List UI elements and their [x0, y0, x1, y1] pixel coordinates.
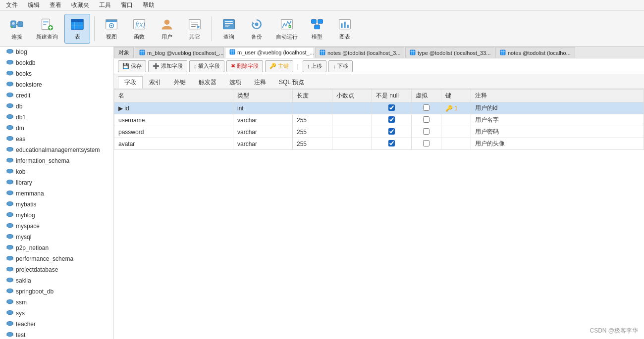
toolbar-new-query[interactable]: 新建查询 — [32, 14, 62, 44]
field-length-id[interactable] — [293, 102, 332, 114]
field-type-password[interactable]: varchar — [233, 126, 293, 138]
field-comment-username[interactable]: 用户名字 — [471, 114, 644, 126]
toolbar-model[interactable]: 模型 — [304, 14, 330, 44]
field-length-password[interactable]: 255 — [293, 126, 332, 138]
virtual-checkbox-avatar[interactable] — [423, 140, 429, 146]
toolbar-view[interactable]: 视图 — [99, 14, 124, 44]
toolbar-function[interactable]: f(x) 函数 — [126, 14, 152, 44]
menu-favorites[interactable]: 收藏夹 — [69, 0, 91, 10]
sidebar-db-performance[interactable]: performance_schema — [0, 253, 113, 264]
sidebar-db-library[interactable]: library — [0, 177, 113, 188]
field-decimal-id[interactable] — [332, 102, 372, 114]
field-name-id[interactable]: ▶ id — [114, 102, 233, 114]
field-length-username[interactable]: 255 — [293, 114, 332, 126]
toolbar-query[interactable]: 查询 — [216, 14, 242, 44]
sidebar-db-ssm[interactable]: ssm — [0, 297, 113, 308]
sidebar-db-information-schema[interactable]: information_schema — [0, 155, 113, 166]
field-length-avatar[interactable]: 255 — [293, 138, 332, 150]
sidebar-db-dm[interactable]: dm — [0, 123, 113, 134]
sidebar-db-db[interactable]: db — [0, 101, 113, 112]
notnull-checkbox-username[interactable] — [388, 116, 395, 123]
field-type-username[interactable]: varchar — [233, 114, 293, 126]
sidebar-db-projectdb[interactable]: projectdatabase — [0, 264, 113, 275]
toolbar-chart[interactable]: 图表 — [332, 14, 358, 44]
menu-edit[interactable]: 编辑 — [26, 0, 42, 10]
notnull-checkbox-password[interactable] — [388, 128, 395, 135]
sidebar-db-test[interactable]: test — [0, 330, 113, 339]
sidebar-db-myspace[interactable]: myspace — [0, 221, 113, 232]
field-notnull-password[interactable] — [372, 126, 412, 138]
toolbar-other[interactable]: 其它 — [182, 14, 208, 44]
field-decimal-avatar[interactable] — [332, 138, 372, 150]
field-notnull-avatar[interactable] — [372, 138, 412, 150]
field-virtual-avatar[interactable] — [412, 138, 441, 150]
tab-mblog[interactable]: m_blog @vueblog (localhost_... — [135, 47, 224, 58]
toolbar-user[interactable]: 用户 — [154, 14, 180, 44]
notnull-checkbox-avatar[interactable] — [388, 140, 395, 146]
field-type-id[interactable]: int — [233, 102, 293, 114]
sidebar-db-kob[interactable]: kob — [0, 166, 113, 177]
sidebar-db-bookstore[interactable]: bookstore — [0, 79, 113, 90]
table-row[interactable]: ▶ id int 🔑 1 用户的id — [114, 102, 644, 114]
table-row[interactable]: username varchar 255 用户名字 — [114, 114, 644, 126]
sidebar-db-p2p[interactable]: p2p_netloan — [0, 242, 113, 253]
field-virtual-id[interactable] — [412, 102, 441, 114]
insert-field-button[interactable]: ↕ 插入字段 — [189, 60, 224, 72]
field-notnull-id[interactable] — [372, 102, 412, 114]
toolbar-connect[interactable]: 连接 — [4, 14, 30, 44]
field-virtual-password[interactable] — [412, 126, 441, 138]
sidebar-db-sakila[interactable]: sakila — [0, 275, 113, 286]
sidebar-db-credit[interactable]: credit — [0, 90, 113, 101]
field-type-avatar[interactable]: varchar — [233, 138, 293, 150]
sidebar-db-sys[interactable]: sys — [0, 308, 113, 319]
toolbar-table[interactable]: 表 — [64, 14, 90, 44]
tab-muser[interactable]: m_user @vueblog (localhost_... — [225, 47, 314, 58]
field-comment-avatar[interactable]: 用户的头像 — [471, 138, 644, 150]
toolbar-autorun[interactable]: 自动运行 — [271, 14, 302, 44]
sidebar-db-myblog[interactable]: myblog — [0, 210, 113, 221]
tab-notes2[interactable]: notes @todolist (localho... — [495, 47, 575, 58]
add-field-button[interactable]: ➕ 添加字段 — [148, 60, 187, 72]
subtab-comment[interactable]: 注释 — [248, 76, 272, 89]
field-comment-id[interactable]: 用户的id — [471, 102, 644, 114]
menu-tools[interactable]: 工具 — [97, 0, 113, 10]
subtab-foreign[interactable]: 外键 — [167, 76, 192, 89]
notnull-checkbox-id[interactable] — [388, 104, 395, 111]
virtual-checkbox-username[interactable] — [423, 116, 429, 123]
delete-field-button[interactable]: ✖ 删除字段 — [226, 60, 263, 72]
save-button[interactable]: 💾 保存 — [118, 60, 146, 72]
table-row[interactable]: password varchar 255 用户密码 — [114, 126, 644, 138]
sidebar-db-books[interactable]: books — [0, 68, 113, 79]
field-name-avatar[interactable]: avatar — [114, 138, 233, 150]
field-name-password[interactable]: password — [114, 126, 233, 138]
tab-notes[interactable]: notes @todolist (localhost_3... — [315, 47, 404, 58]
toolbar-backup[interactable]: 备份 — [244, 14, 269, 44]
table-row[interactable]: avatar varchar 255 用户的头像 — [114, 138, 644, 150]
sidebar-db-springboot[interactable]: springboot_db — [0, 286, 113, 297]
primary-key-button[interactable]: 🔑 主键 — [265, 60, 293, 72]
field-decimal-password[interactable] — [332, 126, 372, 138]
menu-help[interactable]: 帮助 — [141, 0, 157, 10]
sidebar-db-teacher[interactable]: teacher — [0, 319, 113, 330]
virtual-checkbox-password[interactable] — [423, 128, 429, 135]
tab-type[interactable]: type @todolist (localhost_33... — [405, 47, 494, 58]
field-comment-password[interactable]: 用户密码 — [471, 126, 644, 138]
subtab-fields[interactable]: 字段 — [118, 76, 143, 89]
field-decimal-username[interactable] — [332, 114, 372, 126]
sidebar-db-mybatis[interactable]: mybatis — [0, 199, 113, 210]
field-name-username[interactable]: username — [114, 114, 233, 126]
subtab-index[interactable]: 索引 — [143, 76, 167, 89]
menu-file[interactable]: 文件 — [4, 0, 20, 10]
menu-view[interactable]: 查看 — [48, 0, 63, 10]
sidebar-db-eas[interactable]: eas — [0, 134, 113, 145]
sidebar-db-educationalmanagement[interactable]: educationalmanagementsystem — [0, 145, 113, 155]
sidebar-db-blog[interactable]: blog — [0, 47, 113, 57]
subtab-sql[interactable]: SQL 预览 — [272, 76, 311, 89]
sidebar-db-db1[interactable]: db1 — [0, 112, 113, 123]
virtual-checkbox-id[interactable] — [423, 104, 429, 111]
menu-window[interactable]: 窗口 — [119, 0, 135, 10]
sidebar-db-mysql[interactable]: mysql — [0, 232, 113, 242]
move-down-button[interactable]: ↓ 下移 — [328, 60, 353, 72]
move-up-button[interactable]: ↑ 上移 — [303, 60, 327, 72]
sidebar-db-bookdb[interactable]: bookdb — [0, 57, 113, 68]
